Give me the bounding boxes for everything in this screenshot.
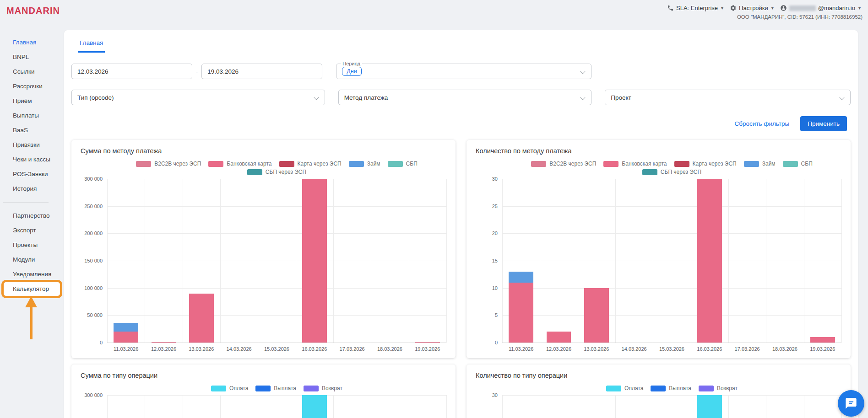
legend-item[interactable]: Карта через ЭСП	[672, 161, 739, 167]
legend-item[interactable]: Выплата	[253, 385, 298, 391]
sidebar-item[interactable]: BaaS	[0, 123, 64, 138]
payment-method-select[interactable]: Метод платежа	[338, 90, 592, 105]
sidebar-item[interactable]: Главная	[0, 35, 64, 50]
date-to-input[interactable]	[202, 68, 322, 75]
chart-title: Сумма по методу платежа	[81, 147, 446, 155]
legend-item[interactable]: Оплата	[604, 385, 646, 391]
sidebar-item[interactable]: Выплаты	[0, 108, 64, 123]
reset-filters-button[interactable]: Сбросить фильтры	[735, 120, 790, 127]
project-value: Проект	[611, 94, 631, 101]
y-axis: 051015202530	[476, 395, 502, 418]
x-tick-label: 15.03.2026	[258, 346, 295, 352]
legend-swatch	[674, 161, 689, 167]
period-select[interactable]: Период Дни	[336, 64, 591, 79]
sidebar-item[interactable]: Проекты	[0, 238, 64, 252]
sidebar-item[interactable]: BNPL	[0, 50, 64, 64]
x-tick-label: 11.03.2026	[502, 346, 540, 352]
date-from-field[interactable]	[71, 64, 192, 79]
y-tick-label: 30	[492, 392, 498, 398]
x-tick-label: 15.03.2026	[653, 346, 690, 352]
user-account-menu[interactable]: @mandarin.io ▾	[778, 4, 863, 12]
y-axis: 051015202530	[476, 179, 502, 343]
legend-label: B2C2B через ЭСП	[549, 161, 596, 167]
date-to-field[interactable]	[201, 64, 322, 79]
legend-item[interactable]: СБП	[781, 161, 815, 167]
legend-item[interactable]: Банковская карта	[601, 161, 669, 167]
bar-segment	[152, 342, 176, 343]
legend-item[interactable]: Возврат	[301, 385, 345, 391]
legend-swatch	[699, 386, 714, 391]
legend-item[interactable]: Выплата	[648, 385, 694, 391]
project-select[interactable]: Проект	[605, 90, 851, 105]
legend-label: Банковская карта	[227, 161, 271, 167]
legend-item[interactable]: СБП через ЭСП	[640, 169, 704, 175]
legend-item[interactable]: Возврат	[696, 385, 740, 391]
legend-label: СБП	[406, 161, 418, 167]
sidebar-item[interactable]: Ссылки	[0, 64, 64, 79]
x-tick-label: 18.03.2026	[766, 346, 803, 352]
y-tick-label: 30	[492, 176, 498, 182]
chart-title: Количество по методу платежа	[476, 147, 841, 155]
chart-legend: ОплатаВыплатаВозврат	[502, 385, 841, 391]
sidebar-item[interactable]: POS-Заявки	[0, 167, 64, 182]
legend-item[interactable]: Займ	[742, 161, 778, 167]
legend-swatch	[783, 161, 798, 167]
legend-item[interactable]: Карта через ЭСП	[277, 161, 344, 167]
legend-item[interactable]: B2C2B через ЭСП	[529, 161, 598, 167]
x-axis: 11.03.202612.03.202613.03.202614.03.2026…	[502, 346, 841, 352]
legend-item[interactable]: Банковская карта	[206, 161, 274, 167]
date-from-input[interactable]	[72, 68, 192, 75]
bar-segment	[415, 342, 440, 343]
legend-item[interactable]: Оплата	[209, 385, 250, 391]
y-tick-label: 5	[495, 312, 498, 318]
sla-menu[interactable]: SLA: Enterprise ▾	[665, 4, 725, 12]
sidebar-item[interactable]: Партнерство	[0, 209, 64, 223]
legend-label: Карта через ЭСП	[298, 161, 342, 167]
x-tick-label: 19.03.2026	[409, 346, 446, 352]
y-tick-label: 0	[495, 340, 498, 345]
apply-button[interactable]: Применить	[800, 116, 847, 131]
period-select-label: Период	[341, 61, 362, 66]
settings-menu[interactable]: Настройки ▾	[728, 4, 776, 12]
legend-label: Оплата	[229, 385, 248, 391]
legend-label: Займ	[367, 161, 380, 167]
opcode-type-select[interactable]: Тип (opcode)	[71, 90, 325, 105]
y-tick-label: 15	[492, 258, 498, 263]
annotation-arrow	[25, 296, 37, 339]
y-axis: 050 000100 000150 000200 000250 000300 0…	[81, 395, 107, 418]
sidebar-item[interactable]: Привязки	[0, 138, 64, 152]
sidebar-item[interactable]: Рассрочки	[0, 79, 64, 94]
legend-label: СБП	[801, 161, 813, 167]
sidebar-item[interactable]: Чеки и кассы	[0, 152, 64, 167]
tab-glavnaya[interactable]: Главная	[78, 39, 105, 53]
payment-method-value: Метод платежа	[344, 94, 388, 101]
legend-label: СБП через ЭСП	[266, 169, 306, 175]
bar-segment	[547, 332, 571, 343]
redacted-email-name	[789, 5, 816, 11]
sidebar-item[interactable]: Приём	[0, 94, 64, 108]
sidebar-item[interactable]: Модули	[0, 252, 64, 267]
bar-segment	[697, 179, 722, 343]
x-tick-label: 12.03.2026	[540, 346, 577, 352]
chat-fab-button[interactable]	[838, 390, 864, 417]
chart-title: Сумма по типу операции	[81, 372, 446, 379]
legend-item[interactable]: Займ	[347, 161, 383, 167]
legend-swatch	[349, 161, 364, 167]
sidebar-item[interactable]: Экспорт	[0, 223, 64, 238]
legend-swatch	[208, 161, 223, 167]
sidebar-item[interactable]: Калькулятор	[1, 280, 62, 298]
chevron-down-icon: ▾	[771, 5, 774, 11]
opcode-type-value: Тип (opcode)	[77, 94, 114, 101]
legend-item[interactable]: СБП через ЭСП	[245, 169, 309, 175]
sidebar-item[interactable]: История	[0, 182, 64, 196]
legend-item[interactable]: B2C2B через ЭСП	[134, 161, 203, 167]
legend-swatch	[606, 386, 621, 391]
legend-item[interactable]: СБП	[385, 161, 420, 167]
legend-label: Займ	[762, 161, 776, 167]
legend-swatch	[279, 161, 294, 167]
y-tick-label: 0	[100, 340, 103, 345]
chevron-down-icon	[580, 95, 586, 100]
x-tick-label: 13.03.2026	[578, 346, 615, 352]
period-chip[interactable]: Дни	[342, 67, 361, 76]
plot-area	[502, 179, 841, 343]
